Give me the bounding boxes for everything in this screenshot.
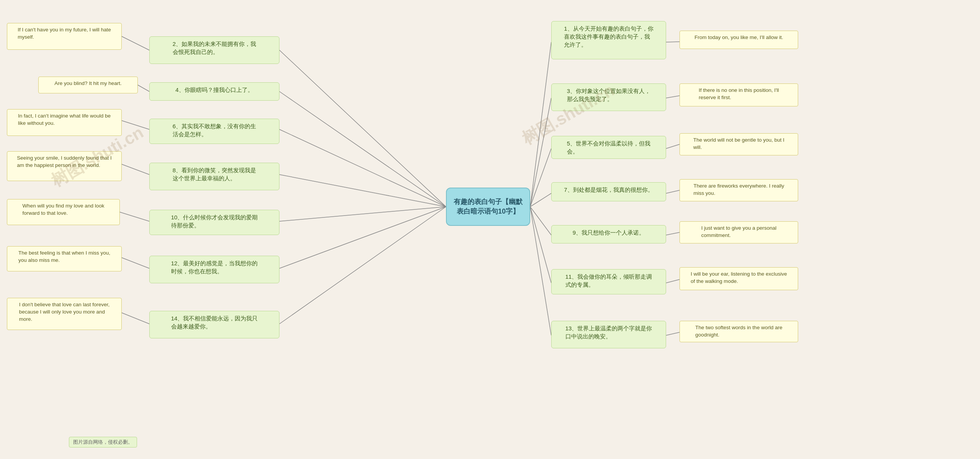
r5-en-node: The world will not be gentle to you, but… bbox=[679, 133, 798, 155]
r5-cn-node: 5、世界不会对你温柔以待，但我 会。 bbox=[551, 136, 666, 159]
r1-en-node: From today on, you like me, I'll allow i… bbox=[679, 31, 798, 49]
l6-cn-node: 6、其实我不敢想象，没有你的生 活会是怎样。 bbox=[149, 119, 279, 144]
l12-en-node: The best feeling is that when I miss you… bbox=[7, 246, 122, 271]
svg-line-6 bbox=[122, 164, 149, 175]
l10-en-node: When will you find my love and look forw… bbox=[7, 199, 120, 225]
svg-line-20 bbox=[530, 193, 551, 207]
r9-en-node: I just want to give you a personal commi… bbox=[679, 221, 798, 243]
svg-line-11 bbox=[279, 207, 446, 268]
svg-line-0 bbox=[122, 36, 149, 50]
svg-line-8 bbox=[120, 212, 149, 221]
copyright-notice: 图片源自网络，侵权必删。 bbox=[69, 437, 137, 448]
svg-line-22 bbox=[530, 207, 551, 235]
l10-cn-node: 10、什么时候你才会发现我的爱期 待那份爱。 bbox=[149, 210, 279, 235]
r11-cn-node: 11、我会做你的耳朵，倾听那走调 式的专属。 bbox=[551, 269, 666, 294]
svg-line-23 bbox=[666, 232, 679, 235]
svg-line-9 bbox=[279, 207, 446, 221]
l14-en-node: I don't believe that love can last forev… bbox=[7, 298, 122, 330]
r7-cn-node: 7、到处都是烟花，我真的很想你。 bbox=[551, 182, 666, 201]
svg-line-27 bbox=[666, 332, 679, 335]
svg-line-15 bbox=[666, 42, 679, 42]
r9-cn-node: 9、我只想给你一个人承诺。 bbox=[551, 225, 666, 243]
svg-line-21 bbox=[666, 190, 679, 193]
l8-cn-node: 8、看到你的微笑，突然发现我是 这个世界上最幸福的人。 bbox=[149, 163, 279, 190]
svg-line-24 bbox=[530, 207, 551, 283]
svg-line-13 bbox=[279, 207, 446, 324]
svg-line-12 bbox=[122, 313, 149, 324]
r13-cn-node: 13、世界上最温柔的两个字就是你 口中说出的晚安。 bbox=[551, 321, 666, 348]
l6-en-node: In fact, I can't imagine what life would… bbox=[7, 109, 122, 136]
l12-cn-node: 12、最美好的感觉是，当我想你的 时候，你也在想我。 bbox=[149, 256, 279, 283]
svg-line-17 bbox=[666, 96, 679, 98]
l4-cn-node: 4、你眼瞎吗？撞我心口上了。 bbox=[149, 82, 279, 101]
svg-line-16 bbox=[530, 98, 551, 207]
svg-line-19 bbox=[666, 144, 679, 149]
l2-en-node: If I can't have you in my future, I will… bbox=[7, 23, 122, 50]
r1-cn-node: 1、从今天开始有趣的表白句子，你 喜欢我这件事有趣的表白句子，我 允许了。 bbox=[551, 21, 666, 59]
r3-cn-node: 3、你对象这个位置如果没有人， 那么我先预定了。 bbox=[551, 83, 666, 111]
l4-en-node: Are you blind? It hit my heart. bbox=[38, 77, 138, 93]
r7-en-node: There are fireworks everywhere. I really… bbox=[679, 179, 798, 201]
connection-lines bbox=[0, 0, 980, 459]
r3-en-node: If there is no one in this position, I'l… bbox=[679, 83, 798, 106]
svg-line-14 bbox=[530, 42, 551, 207]
svg-line-4 bbox=[122, 121, 149, 129]
svg-line-7 bbox=[279, 175, 446, 207]
l8-en-node: Seeing your smile, I suddenly found that… bbox=[7, 151, 122, 181]
center-node: 有趣的表白句子【幽默表白暗示语句10字】 bbox=[446, 188, 530, 226]
svg-line-10 bbox=[122, 258, 149, 268]
l2-cn-node: 2、如果我的未来不能拥有你，我 会恨死我自己的。 bbox=[149, 36, 279, 64]
r11-en-node: I will be your ear, listening to the exc… bbox=[679, 267, 798, 290]
svg-line-18 bbox=[530, 149, 551, 207]
l14-cn-node: 14、我不相信爱能永远，因为我只 会越来越爱你。 bbox=[149, 311, 279, 338]
r13-en-node: The two softest words in the world are g… bbox=[679, 321, 798, 342]
svg-line-5 bbox=[279, 129, 446, 207]
svg-line-2 bbox=[138, 85, 149, 91]
mindmap-container: 有趣的表白句子【幽默表白暗示语句10字】 If I can't have you… bbox=[0, 0, 980, 459]
svg-line-25 bbox=[666, 279, 679, 283]
svg-line-1 bbox=[279, 50, 446, 207]
svg-line-26 bbox=[530, 207, 551, 335]
svg-line-3 bbox=[279, 91, 446, 207]
